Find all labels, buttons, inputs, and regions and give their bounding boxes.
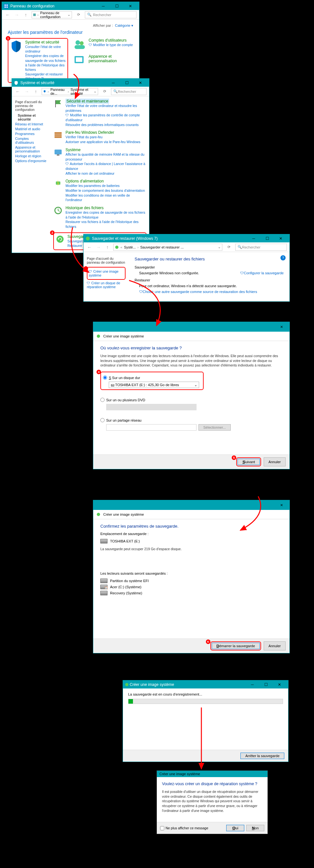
link-file-history[interactable]: Enregistrer des copies de sauvegarde de … xyxy=(25,54,66,72)
radio-harddisk[interactable]: SSur un disque dur xyxy=(103,375,201,380)
nav-appearance[interactable]: Apparence et personnalisation xyxy=(15,145,48,153)
nav-network[interactable]: Réseau et Internet xyxy=(15,122,48,126)
window-title: Panneau de configuration xyxy=(10,4,55,8)
size-estimate: La sauvegarde peut occuper 219 Go d'espa… xyxy=(101,547,282,552)
minimize-button[interactable]: ─ xyxy=(246,680,259,688)
search-input[interactable]: 🔍Rechercher xyxy=(85,11,137,19)
up-button[interactable]: ↑ xyxy=(33,89,39,94)
maximize-button[interactable]: ☐ xyxy=(120,79,134,87)
stop-backup-button[interactable]: Arrêter la sauvegarde xyxy=(240,753,284,759)
highlight-box-1: Système et sécurité Consulter l'état de … xyxy=(8,38,68,83)
dont-show-checkbox[interactable]: Ne plus afficher ce message xyxy=(160,826,226,830)
callout-3: 3 xyxy=(84,266,88,271)
nav-hardware[interactable]: Matériel et audio xyxy=(15,127,48,131)
svg-rect-15 xyxy=(55,150,62,154)
category-dropdown[interactable]: Catégorie ▾ xyxy=(115,24,133,27)
control-panel-icon xyxy=(4,4,8,8)
minimize-button[interactable]: ─ xyxy=(107,79,120,87)
configure-backup-link[interactable]: 🛡Configurer la sauvegarde xyxy=(240,271,284,275)
back-button[interactable]: ← xyxy=(86,245,93,250)
next-button[interactable]: SSuivant xyxy=(237,459,260,465)
drive-item: Partition du système EFI xyxy=(101,579,282,583)
minimize-button[interactable]: ─ xyxy=(247,234,260,242)
cat-user-accounts[interactable]: Comptes d'utilisateurs xyxy=(89,38,133,42)
highlight-box-4: SSur un disque dur 🖴 TOSHIBA EXT (E:) : … xyxy=(101,372,204,390)
cp-home-link[interactable]: Page d'accueil du panneau de configurati… xyxy=(87,256,125,264)
back-button[interactable]: ← xyxy=(15,89,21,94)
disk-dropdown[interactable]: 🖴 TOSHIBA EXT (E:) : 425,30 Go de libres… xyxy=(109,382,199,388)
close-button[interactable]: ✕ xyxy=(273,680,286,688)
help-icon[interactable]: ? xyxy=(280,255,286,260)
drive-icon xyxy=(101,591,108,595)
radio-network[interactable]: Sur un partage réseau xyxy=(101,418,282,422)
back-button[interactable]: ← xyxy=(4,12,11,18)
close-button[interactable]: ✕ xyxy=(123,2,137,10)
refresh-icon[interactable]: ⟳ xyxy=(75,12,82,17)
nav-programs[interactable]: Programmes xyxy=(15,132,48,136)
power-icon xyxy=(53,179,63,189)
create-repair-disc-link[interactable]: 🛡 Créer un disque de réparation système xyxy=(87,281,125,289)
svg-point-23 xyxy=(97,513,100,516)
refresh-icon[interactable]: ⟳ xyxy=(101,89,108,93)
left-nav: Page d'accueil du panneau de configurati… xyxy=(12,96,51,253)
wizard-heading: Confirmez les paramètres de sauvegarde. xyxy=(101,524,282,529)
link-check-state[interactable]: Consulter l'état de votre ordinateur xyxy=(25,44,66,54)
backup-icon xyxy=(55,234,65,244)
choose-other-backup-link[interactable]: 🛡Choisir une autre sauvegarde comme sour… xyxy=(139,290,257,293)
up-button[interactable]: ↑ xyxy=(104,245,111,250)
page-heading: Ajuster les paramètres de l'ordinateur xyxy=(8,30,133,35)
yes-button[interactable]: OOui xyxy=(226,825,244,831)
backup-icon xyxy=(125,683,129,686)
svg-rect-12 xyxy=(55,132,62,138)
cancel-button[interactable]: Annuler xyxy=(264,642,286,650)
filehistory-head[interactable]: Historique des fichiers xyxy=(65,206,146,210)
system-head[interactable]: Système xyxy=(65,148,146,152)
callout-5: 5 xyxy=(232,456,236,460)
address-bar[interactable]: › Panneau de configuration ⌄ xyxy=(32,11,72,19)
address-bar[interactable]: › Panneau de...› Système et sécurité ⌄ xyxy=(41,88,98,95)
start-backup-button[interactable]: DDémarrer la sauvegarde xyxy=(212,643,260,649)
nav-ease[interactable]: Options d'ergonomie xyxy=(15,159,48,163)
no-button[interactable]: NNon xyxy=(246,825,264,831)
search-input[interactable]: 🔍 Rechercher xyxy=(235,244,287,251)
firewall-head[interactable]: Pare-feu Windows Defender xyxy=(65,130,140,135)
search-input[interactable]: 🔍 Rechercher xyxy=(111,88,146,95)
shield-icon xyxy=(14,81,19,85)
forward-button[interactable]: → xyxy=(95,245,102,250)
close-button[interactable]: ✕ xyxy=(134,79,147,87)
create-system-image-link[interactable]: 🛡 Créer une image système xyxy=(89,270,123,277)
address-bar[interactable]: « Systè...› Sauvegarder et restaurer ...… xyxy=(113,244,222,251)
drives-label: Les lecteurs suivants seront sauvegardés… xyxy=(101,571,282,575)
svg-point-19 xyxy=(56,236,63,243)
shield-icon xyxy=(43,90,46,93)
cat-system-security[interactable]: Système et sécurité xyxy=(25,40,66,44)
svg-rect-16 xyxy=(57,154,59,156)
maximize-button[interactable]: ☐ xyxy=(110,2,123,10)
cancel-button[interactable]: Annuler xyxy=(264,457,286,466)
forward-button[interactable]: → xyxy=(24,89,30,94)
svg-point-21 xyxy=(115,246,118,249)
up-button[interactable]: ↑ xyxy=(23,12,29,18)
wizard-title-row: Créer une image système xyxy=(93,510,289,519)
nav-clock[interactable]: Horloge et région xyxy=(15,154,48,158)
power-head[interactable]: Options d'alimentation xyxy=(65,179,146,183)
svg-point-20 xyxy=(86,237,90,241)
close-button[interactable]: ✕ xyxy=(275,323,288,331)
link-account-type[interactable]: 🛡 Modifier le type de compte xyxy=(89,42,133,47)
radio-dvd[interactable]: Sur un ou plusieurs DVD xyxy=(101,398,282,402)
close-button[interactable]: ✕ xyxy=(275,501,288,509)
maximize-button[interactable]: ☐ xyxy=(260,234,274,242)
nav-users[interactable]: Comptes d'utilisateurs xyxy=(15,137,48,145)
cat-appearance[interactable]: Apparence et personnalisation xyxy=(89,54,134,63)
network-path-input[interactable] xyxy=(106,424,197,431)
nav-system-security[interactable]: Système et sécurité xyxy=(15,114,48,121)
refresh-icon[interactable]: ⟳ xyxy=(225,245,233,249)
forward-button[interactable]: → xyxy=(13,12,20,18)
sec-maintenance-head[interactable]: Sécurité et maintenance xyxy=(65,99,109,104)
progress-bar xyxy=(128,699,283,704)
system-icon xyxy=(53,148,63,157)
svg-point-6 xyxy=(76,40,80,45)
close-button[interactable]: ✕ xyxy=(274,234,288,242)
minimize-button[interactable]: ─ xyxy=(96,2,110,10)
maximize-button[interactable]: ☐ xyxy=(259,680,273,688)
